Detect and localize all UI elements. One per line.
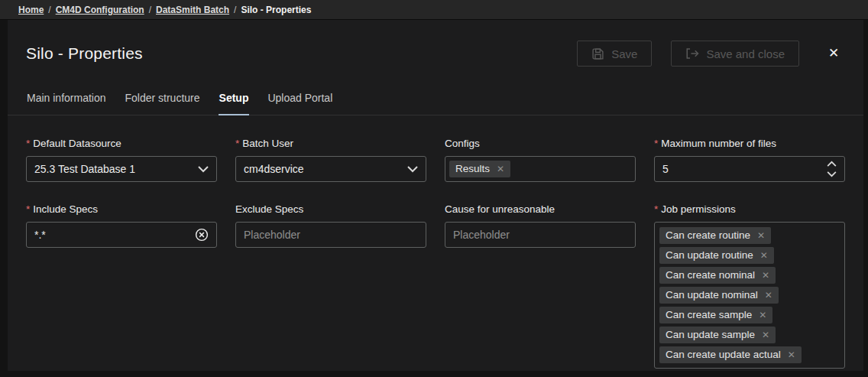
field-default-datasource: *Default Datasource 25.3 Test Database 1	[26, 138, 217, 182]
tag-chip: Can create nominal ✕	[659, 267, 776, 284]
required-asterisk: *	[235, 138, 239, 149]
include-specs-input[interactable]	[34, 229, 195, 241]
required-asterisk: *	[26, 203, 30, 215]
save-button-label: Save	[611, 47, 637, 60]
save-icon	[591, 47, 604, 60]
configs-tag-input[interactable]: Results ✕	[445, 156, 636, 182]
cause-unreasonable-input[interactable]	[453, 229, 627, 241]
silo-properties-panel: Silo - Properties Save	[8, 20, 863, 371]
field-job-permissions: *Job permissions Can create routine ✕ Ca…	[654, 203, 845, 369]
remove-tag-icon[interactable]: ✕	[765, 290, 772, 301]
include-specs-label: *Include Specs	[26, 203, 217, 216]
remove-tag-icon[interactable]: ✕	[759, 310, 766, 320]
save-and-close-button[interactable]: Save and close	[671, 41, 799, 67]
field-include-specs: *Include Specs	[26, 203, 217, 248]
configs-label: Configs	[445, 138, 636, 150]
tag-chip-label: Can create routine	[666, 229, 750, 242]
tag-chip: Results ✕	[449, 161, 510, 177]
tab-bar: Main information Folder structure Setup …	[8, 86, 863, 115]
breadcrumb-separator: /	[234, 5, 236, 15]
spinner-down-icon[interactable]	[827, 171, 837, 177]
chevron-down-icon	[198, 163, 209, 175]
tag-chip: Can update routine ✕	[659, 247, 774, 264]
max-files-stepper	[654, 156, 845, 182]
tag-chip: Can create routine ✕	[659, 227, 771, 244]
required-asterisk: *	[654, 203, 658, 215]
tag-chip: Can update sample ✕	[659, 327, 776, 343]
tag-chip-label: Can create nominal	[666, 268, 755, 282]
header-actions: Save Save and close ✕	[577, 41, 845, 67]
panel-header: Silo - Properties Save	[8, 20, 863, 67]
default-datasource-select[interactable]: 25.3 Test Database 1	[26, 156, 217, 182]
tag-chip-label: Can update sample	[666, 328, 755, 342]
remove-tag-icon[interactable]: ✕	[497, 164, 504, 174]
save-button[interactable]: Save	[577, 41, 652, 67]
tag-chip-label: Can update nominal	[666, 288, 758, 302]
exclude-specs-label: Exclude Specs	[235, 203, 426, 216]
remove-tag-icon[interactable]: ✕	[762, 270, 769, 281]
exclude-specs-control	[235, 222, 426, 248]
tag-chip-label: Can create update actual	[666, 348, 781, 362]
job-permissions-tag-input[interactable]: Can create routine ✕ Can update routine …	[654, 222, 845, 369]
tab-upload-portal[interactable]: Upload Portal	[267, 86, 333, 115]
remove-tag-icon[interactable]: ✕	[760, 250, 768, 261]
batch-user-select[interactable]: cm4dservice	[235, 156, 426, 182]
default-datasource-label: *Default Datasource	[26, 138, 217, 150]
breadcrumb-link-datasmith-batch[interactable]: DataSmith Batch	[156, 5, 229, 15]
breadcrumb-separator: /	[149, 5, 151, 15]
remove-tag-icon[interactable]: ✕	[757, 230, 765, 241]
cause-unreasonable-label: Cause for unreasonable	[445, 203, 636, 216]
breadcrumb-separator: /	[48, 5, 50, 15]
spinner-up-icon[interactable]	[827, 161, 837, 167]
breadcrumb-current: Silo - Properties	[241, 5, 311, 15]
batch-user-label: *Batch User	[235, 138, 426, 150]
tab-setup[interactable]: Setup	[219, 86, 250, 115]
include-specs-control	[26, 222, 217, 248]
tag-chip-label: Can create sample	[666, 308, 752, 322]
chevron-down-icon	[407, 163, 418, 175]
clear-icon[interactable]	[195, 228, 209, 242]
field-max-files: *Maximum number of files	[654, 138, 845, 182]
batch-user-value: cm4dservice	[244, 163, 407, 175]
default-datasource-value: 25.3 Test Database 1	[34, 163, 198, 175]
save-and-close-icon	[685, 47, 699, 60]
number-spinner	[827, 161, 837, 177]
cause-unreasonable-control	[445, 222, 636, 248]
close-icon[interactable]: ✕	[822, 42, 845, 65]
tag-chip: Can create sample ✕	[659, 307, 772, 323]
setup-form: *Default Datasource 25.3 Test Database 1…	[8, 115, 863, 369]
tag-chip: Can update nominal ✕	[659, 287, 779, 304]
field-cause-unreasonable: Cause for unreasonable	[445, 203, 636, 248]
tab-main-information[interactable]: Main information	[26, 86, 107, 115]
tag-chip: Can create update actual ✕	[659, 346, 802, 363]
field-exclude-specs: Exclude Specs	[235, 203, 426, 248]
required-asterisk: *	[654, 138, 658, 149]
field-configs: Configs Results ✕	[445, 138, 636, 182]
page-title: Silo - Properties	[26, 44, 143, 63]
tab-folder-structure[interactable]: Folder structure	[125, 86, 201, 115]
job-permissions-label: *Job permissions	[654, 203, 845, 216]
breadcrumb-link-cm4d-configuration[interactable]: CM4D Configuration	[56, 5, 144, 15]
required-asterisk: *	[26, 138, 30, 149]
field-batch-user: *Batch User cm4dservice	[235, 138, 426, 182]
remove-tag-icon[interactable]: ✕	[762, 330, 769, 340]
save-and-close-button-label: Save and close	[706, 47, 785, 60]
breadcrumb: Home / CM4D Configuration / DataSmith Ba…	[0, 0, 868, 20]
breadcrumb-link-home[interactable]: Home	[18, 5, 44, 15]
max-files-label: *Maximum number of files	[654, 138, 845, 150]
remove-tag-icon[interactable]: ✕	[788, 349, 795, 360]
tag-chip-label: Can update routine	[666, 249, 753, 262]
exclude-specs-input[interactable]	[244, 229, 418, 241]
max-files-input[interactable]	[662, 163, 827, 175]
tag-chip-label: Results	[455, 162, 490, 176]
